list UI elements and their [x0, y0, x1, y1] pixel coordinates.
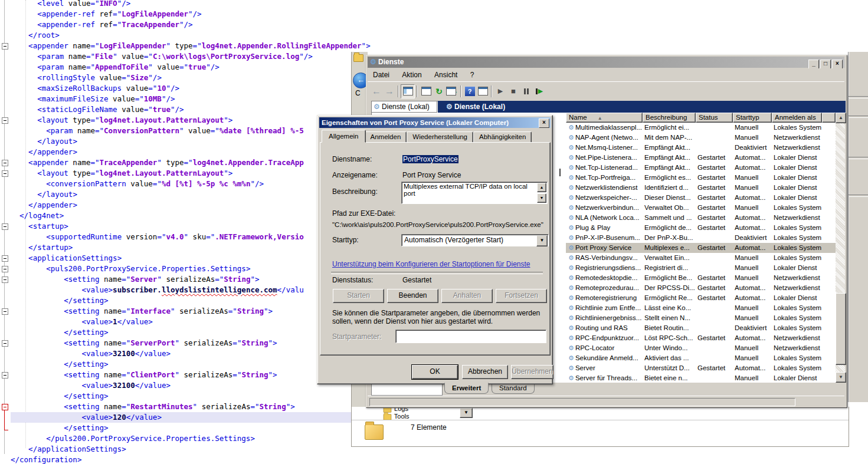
service-cell: ⚙Plug & Play	[566, 223, 643, 233]
fold-collapse-icon[interactable]	[2, 43, 8, 50]
restart-service-icon[interactable]: ▶	[533, 85, 546, 98]
close-icon[interactable]: ×	[539, 119, 549, 128]
startparameter-input[interactable]	[395, 330, 546, 343]
service-row[interactable]: ⚙Port Proxy ServiceMultiplexes e...Gesta…	[566, 243, 836, 253]
service-row[interactable]: ⚙Net.Msmq-Listener...Empfängt Akt...Deak…	[566, 143, 836, 153]
startoptions-help-link[interactable]: Unterstützung beim Konfigurieren der Sta…	[332, 260, 530, 268]
starten-button[interactable]: Starten	[333, 289, 384, 303]
tab-anmelden[interactable]: Anmelden	[365, 131, 407, 143]
extended-view-icon[interactable]: ▶	[476, 85, 489, 98]
code-line[interactable]: </root>	[11, 30, 868, 41]
starttyp-combobox[interactable]: Automatisch (Verzögerter Start) ▼	[401, 234, 549, 246]
pause-service-icon[interactable]	[520, 85, 533, 98]
fold-collapse-icon[interactable]	[2, 340, 8, 347]
service-row[interactable]: ⚙Net.Tcp-Listenerad...Empfängt Akt...Ges…	[566, 163, 836, 173]
service-row[interactable]: ⚙Netzwerkverbindun...Verwaltet Ob...Gest…	[566, 203, 836, 213]
services-titlebar[interactable]: ⚙ Dienste _□×	[368, 57, 844, 68]
fold-collapse-icon[interactable]	[2, 308, 8, 315]
code-line[interactable]: <appender-ref ref="LogFileAppender"/>	[11, 9, 868, 19]
service-row[interactable]: ⚙Richtlinie zum Entfe...Lässt eine Ko...…	[566, 303, 836, 313]
close-button[interactable]: ×	[832, 60, 843, 69]
fold-collapse-icon[interactable]	[2, 170, 8, 177]
fold-collapse-icon[interactable]	[2, 372, 8, 379]
minimize-button[interactable]: _	[808, 60, 819, 69]
fold-collapse-icon[interactable]	[2, 117, 8, 124]
scrollbar-thumb[interactable]	[836, 293, 846, 365]
service-row[interactable]: ⚙NLA (Network Loca...Sammelt und ...Gest…	[566, 213, 836, 223]
service-row[interactable]: ⚙ServerUnterstützt D...GestartetAutomat.…	[566, 363, 836, 373]
service-row[interactable]: ⚙Plug & PlayErmöglicht de...GestartetAut…	[566, 223, 836, 233]
service-row[interactable]: ⚙RPC-Endpunktzuor...Löst RPC-Sch...Gesta…	[566, 333, 836, 343]
scroll-down-icon[interactable]: ▼	[537, 193, 546, 203]
back-icon[interactable]: ←	[370, 85, 383, 98]
service-row[interactable]: ⚙Registrierungsdiens...Registriert di...…	[566, 263, 836, 273]
service-row[interactable]: ⚙Netzwerkspeicher-...Dieser Dienst...Ges…	[566, 193, 836, 203]
service-row[interactable]: ⚙Server für Threads...Bietet eine n...Ma…	[566, 373, 836, 383]
column-header-starttyp[interactable]: Starttyp	[733, 113, 772, 123]
service-row[interactable]: ⚙RPC-LocatorUnter Windo...ManuellNetzwer…	[566, 343, 836, 353]
service-row[interactable]: ⚙Richtlinienergebniss...Stellt einen N..…	[566, 313, 836, 323]
dialog-titlebar[interactable]: Eigenschaften von Port Proxy Service (Lo…	[319, 117, 551, 128]
service-row[interactable]: ⚙Multimediaklassenpl...Ermöglicht ei...M…	[566, 123, 836, 133]
scroll-down-icon[interactable]: ▼	[836, 372, 846, 383]
service-row[interactable]: ⚙Net.Tcp-Portfreiga...Ermöglicht es...Ge…	[566, 173, 836, 183]
dienstname-value[interactable]: PortProxyService	[402, 155, 458, 163]
menu-datei[interactable]: Datei	[368, 70, 395, 80]
menu-ansicht[interactable]: Ansicht	[429, 70, 463, 80]
service-row[interactable]: ⚙Net.Pipe-Listenera...Empfängt Akt...Ges…	[566, 153, 836, 163]
service-row[interactable]: ⚙Routing und RASBietet Routin...Deaktivi…	[566, 323, 836, 333]
service-row[interactable]: ⚙Remotedesktopdie...Ermöglicht Be...Gest…	[566, 273, 836, 283]
service-row[interactable]: ⚙Sekundäre Anmeld...Aktiviert das ...Man…	[566, 353, 836, 363]
column-header-anmelden-als[interactable]: Anmelden als	[772, 113, 822, 123]
fold-collapse-icon[interactable]	[2, 277, 8, 283]
fortsetzen-button[interactable]: Fortsetzen	[496, 289, 547, 303]
properties-icon[interactable]	[420, 85, 433, 98]
export-list-icon[interactable]: →	[446, 85, 458, 98]
column-header-status[interactable]: Status	[696, 113, 733, 123]
help-icon[interactable]: ?	[463, 85, 476, 98]
menu-help[interactable]: ?	[465, 70, 480, 80]
code-line[interactable]: <appender name="LogFileAppender" type="l…	[11, 41, 868, 51]
pane-splitter[interactable]	[559, 169, 561, 176]
service-row[interactable]: ⚙RAS-Verbindungsv...Verwaltet Ein...Manu…	[566, 253, 836, 263]
uebernehmen-button[interactable]: Übernehmen	[511, 365, 553, 379]
tab-wiederherstellung[interactable]: Wiederherstellung	[407, 131, 473, 143]
scroll-up-icon[interactable]: ▲	[836, 113, 846, 123]
refresh-icon[interactable]: ↻	[433, 85, 446, 98]
tree-item-dienste-lokal[interactable]: ⚙ Dienste (Lokal)	[371, 101, 437, 113]
code-line[interactable]: <level value="INFO"/>	[11, 0, 868, 9]
menu-aktion[interactable]: Aktion	[397, 70, 427, 80]
fold-collapse-icon[interactable]	[2, 255, 8, 262]
service-row[interactable]: ⚙NAP-Agent (Netwo...Mit dem NAP-...Manue…	[566, 133, 836, 143]
column-header-name[interactable]: Name▲	[566, 113, 643, 123]
services-scrollbar[interactable]: ▲ ▼	[836, 113, 845, 383]
maximize-button[interactable]: □	[820, 60, 831, 69]
forward-icon[interactable]: →	[383, 85, 396, 98]
tab-abhaengigkeiten[interactable]: Abhängigkeiten	[473, 131, 532, 143]
service-row[interactable]: ⚙RemoteregistrierungErmöglicht Re...Gest…	[566, 293, 836, 303]
code-line[interactable]: </configuration>	[11, 455, 868, 464]
fold-collapse-icon[interactable]	[2, 266, 8, 272]
beschreibung-textbox[interactable]: Multiplexes external TCP/IP data on loca…	[401, 182, 548, 204]
fold-gutter[interactable]	[0, 0, 11, 464]
column-header-beschreibung[interactable]: Beschreibung	[643, 113, 696, 123]
tab-allgemein[interactable]: Allgemein	[322, 130, 366, 143]
service-row[interactable]: ⚙NetzwerklistendienstIdentifiziert d...G…	[566, 183, 836, 193]
explorer-dropdown-button[interactable]: ▼	[460, 408, 473, 418]
stop-service-icon[interactable]: ■	[507, 85, 520, 98]
beenden-button[interactable]: Beenden	[387, 289, 438, 303]
code-line[interactable]: <appender-ref ref="TraceAppender"/>	[11, 19, 868, 30]
service-row[interactable]: ⚙PnP-X-IP-Busenum...Der PnP-X-Bu...Deakt…	[566, 233, 836, 243]
code-line[interactable]: <value>120</value>	[11, 412, 351, 423]
fold-collapse-icon[interactable]	[2, 223, 8, 230]
service-row[interactable]: ⚙Remoteprozedurau...Der RPCSS-Di...Gesta…	[566, 283, 836, 293]
show-console-tree-icon[interactable]	[401, 84, 415, 98]
scroll-up-icon[interactable]: ▲	[537, 183, 546, 192]
abbrechen-button[interactable]: Abbrechen	[462, 365, 508, 379]
fold-collapse-icon[interactable]	[2, 160, 8, 166]
combo-dropdown-icon[interactable]: ▼	[536, 235, 548, 246]
ok-button[interactable]: OK	[412, 365, 458, 379]
anhalten-button[interactable]: Anhalten	[441, 289, 493, 303]
tab-erweitert[interactable]: Erweitert	[444, 383, 489, 394]
start-service-icon[interactable]: ▶	[494, 85, 507, 98]
